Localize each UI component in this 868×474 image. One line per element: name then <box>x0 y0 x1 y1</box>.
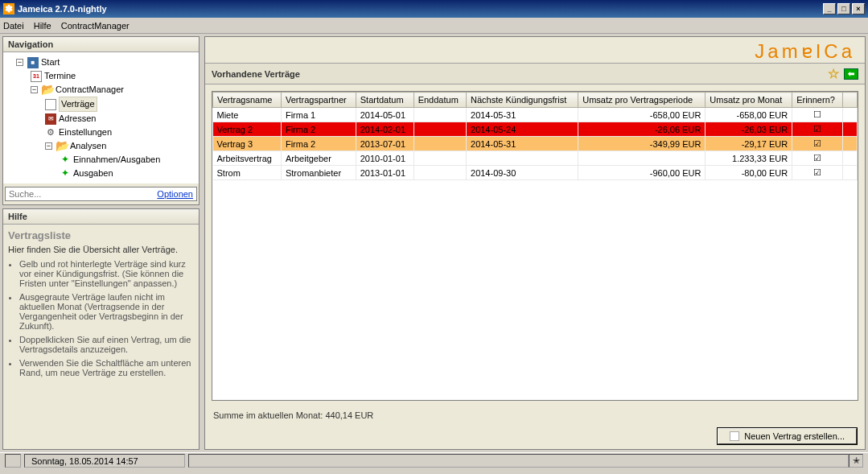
cell-end <box>413 151 466 166</box>
cell-kfrist <box>467 151 578 166</box>
tree-einaus[interactable]: ✦Einnahmen/Ausgaben <box>6 153 195 167</box>
tree-vertraege[interactable]: Verträge <box>6 97 195 112</box>
cell-up: -349,99 EUR <box>578 137 706 151</box>
chart-icon: ✦ <box>60 168 71 179</box>
tree-ausgaben[interactable]: ✦Ausgaben <box>6 167 195 180</box>
col-partner[interactable]: Vertragspartner <box>281 93 356 108</box>
cell-name: Arbeitsvertrag <box>213 151 282 166</box>
cell-end <box>413 108 466 122</box>
nav-panel: Navigation −■Start 31Termine −📂ContractM… <box>2 36 200 205</box>
cell-rem: ☐ <box>792 108 843 122</box>
chart-icon: ✦ <box>60 155 71 166</box>
cell-kfrist: 2014-05-24 <box>467 122 578 137</box>
cell-kfrist: 2014-05-31 <box>467 137 578 151</box>
section-header: Vorhandene Verträge ☆ ⬅ <box>205 63 865 84</box>
cell-um: -26,03 EUR <box>706 122 792 137</box>
status-datetime: Sonntag, 18.05.2014 14:57 <box>24 454 185 468</box>
search-row: Optionen <box>5 187 197 201</box>
table-row[interactable]: StromStromanbieter2013-01-012014-09-30-9… <box>213 166 858 180</box>
menu-hilfe[interactable]: Hilfe <box>34 21 51 31</box>
cell-kfrist: 2014-05-31 <box>467 108 578 122</box>
cell-partner: Firma 1 <box>281 108 356 122</box>
twisty-icon[interactable]: − <box>31 86 38 93</box>
close-button[interactable]: × <box>852 3 865 14</box>
new-contract-button[interactable]: Neuen Vertrag erstellen... <box>718 428 857 444</box>
table-row[interactable]: ArbeitsvertragArbeitgeber2010-01-011.233… <box>213 151 858 166</box>
nav-title: Navigation <box>3 37 199 52</box>
contracts-table-wrap: Vertragsname Vertragspartner Startdatum … <box>212 91 858 401</box>
app-icon: ✽ <box>3 3 14 14</box>
col-kfrist[interactable]: Nächste Kündigungsfrist <box>467 93 578 108</box>
tree-contractmanager[interactable]: −📂ContractManager <box>6 83 195 97</box>
tree-termine[interactable]: 31Termine <box>6 69 195 83</box>
tree-analysen[interactable]: −📂Analysen <box>6 139 195 153</box>
cell-um: 1.233,33 EUR <box>706 151 792 166</box>
col-start[interactable]: Startdatum <box>356 93 413 108</box>
col-name[interactable]: Vertragsname <box>213 93 282 108</box>
help-points: Gelb und rot hinterlegte Verträge sind k… <box>19 259 194 377</box>
cell-um: -80,00 EUR <box>706 166 792 180</box>
cell-start: 2010-01-01 <box>356 151 413 166</box>
favorite-icon[interactable]: ☆ <box>828 66 839 81</box>
table-row[interactable]: MieteFirma 12014-05-012014-05-31-658,00 … <box>213 108 858 122</box>
folder-icon: 📂 <box>56 141 68 152</box>
help-point: Doppelklicken Sie auf einen Vertrag, um … <box>19 335 194 354</box>
cell-start: 2014-02-01 <box>356 122 413 137</box>
titlebar: ✽ Jameica 2.7.0-nightly _ □ × <box>0 0 868 18</box>
summary-line: Summe im aktuellen Monat: 440,14 EUR <box>205 407 865 423</box>
cell-kfrist: 2014-09-30 <box>467 166 578 180</box>
cell-name: Vertrag 2 <box>213 122 282 137</box>
cell-partner: Stromanbieter <box>281 166 356 180</box>
sidebar: Navigation −■Start 31Termine −📂ContractM… <box>0 34 202 452</box>
cell-up <box>578 151 706 166</box>
cell-name: Vertrag 3 <box>213 137 282 151</box>
window-title: Jameica 2.7.0-nightly <box>18 4 107 14</box>
twisty-icon[interactable]: − <box>16 59 23 66</box>
back-button[interactable]: ⬅ <box>844 68 858 80</box>
tree-start[interactable]: −■Start <box>6 56 195 69</box>
twisty-icon[interactable]: − <box>45 142 52 150</box>
cell-end <box>413 122 466 137</box>
col-scroll <box>843 93 858 108</box>
cell-start: 2014-05-01 <box>356 108 413 122</box>
cell-rem: ☑ <box>792 151 843 166</box>
cell-um: -658,00 EUR <box>706 108 792 122</box>
search-input[interactable] <box>6 188 154 200</box>
gear-icon: ⚙ <box>45 127 56 138</box>
nav-tree: −■Start 31Termine −📂ContractManager Vert… <box>6 56 195 180</box>
cell-up: -26,06 EUR <box>578 122 706 137</box>
search-options-link[interactable]: Optionen <box>154 189 196 199</box>
brand-logo: JamɐICa <box>205 37 865 63</box>
help-panel-title: Hilfe <box>3 209 199 225</box>
col-end[interactable]: Enddatum <box>413 93 466 108</box>
help-panel: Hilfe Vertragsliste Hier finden Sie die … <box>2 208 200 450</box>
cell-rem: ☑ <box>792 137 843 151</box>
help-intro: Hier finden Sie die Übersicht aller Vert… <box>8 245 194 254</box>
statusbar: Sonntag, 18.05.2014 14:57 ✭ <box>0 452 868 468</box>
cell-partner: Firma 2 <box>281 137 356 151</box>
col-um[interactable]: Umsatz pro Monat <box>706 93 792 108</box>
cell-end <box>413 137 466 151</box>
status-expand-icon[interactable]: ✭ <box>849 454 863 468</box>
maximize-button[interactable]: □ <box>837 3 850 14</box>
status-icon-cell <box>5 454 21 468</box>
main-area: JamɐICa Vorhandene Verträge ☆ ⬅ Vertrags… <box>202 34 868 452</box>
folder-icon: 📂 <box>42 84 53 96</box>
menu-datei[interactable]: Datei <box>3 21 24 31</box>
col-remind[interactable]: Erinnern? <box>792 93 843 108</box>
minimize-button[interactable]: _ <box>823 3 836 14</box>
contracts-table: Vertragsname Vertragspartner Startdatum … <box>212 92 858 180</box>
help-section: Vertragsliste <box>8 229 194 241</box>
start-icon: ■ <box>27 57 39 68</box>
cell-um: -29,17 EUR <box>706 137 792 151</box>
table-row[interactable]: Vertrag 3Firma 22013-07-012014-05-31-349… <box>213 137 858 151</box>
tree-einstellungen[interactable]: ⚙Einstellungen <box>6 126 195 139</box>
menu-contractmanager[interactable]: ContractManager <box>61 21 130 31</box>
cell-rem: ☑ <box>792 122 843 137</box>
col-up[interactable]: Umsatz pro Vertragsperiode <box>578 93 706 108</box>
tree-adressen[interactable]: ✉Adressen <box>6 112 195 126</box>
table-row[interactable]: Vertrag 2Firma 22014-02-012014-05-24-26,… <box>213 122 858 137</box>
help-point: Gelb und rot hinterlegte Verträge sind k… <box>19 259 194 288</box>
page-icon <box>45 99 56 110</box>
cell-partner: Firma 2 <box>281 122 356 137</box>
